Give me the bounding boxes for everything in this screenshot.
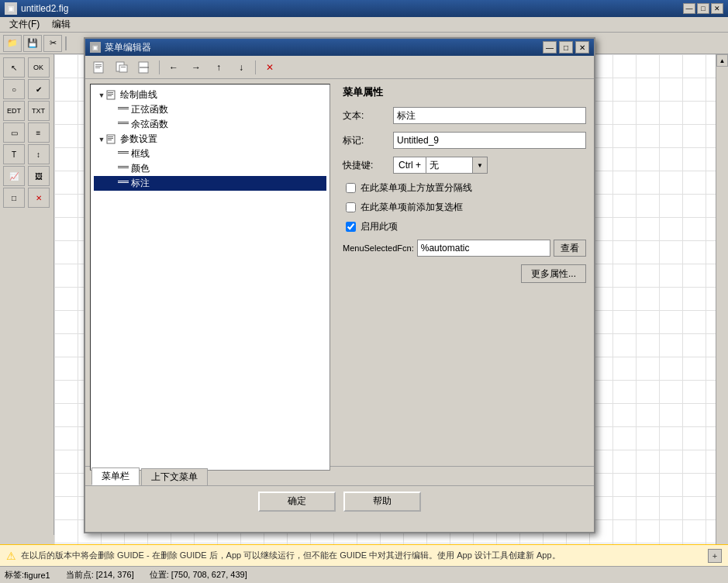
- tool-rect[interactable]: ▭: [3, 122, 25, 143]
- modal-toolbar-move-left[interactable]: ←: [164, 59, 184, 76]
- tree-icon-menuitem-annotation: [117, 178, 129, 189]
- tree-item-drawcurve[interactable]: ▼ 绘制曲线: [94, 88, 326, 102]
- tool-edit[interactable]: EDT: [3, 101, 25, 121]
- tree-item-color[interactable]: 颜色: [94, 161, 326, 176]
- tool-circle[interactable]: ○: [3, 79, 25, 99]
- svg-rect-13: [118, 107, 129, 108]
- warning-expand-button[interactable]: +: [708, 549, 722, 563]
- tree-label-border: 框线: [131, 147, 150, 160]
- svg-rect-14: [118, 109, 129, 109]
- main-titlebar: ▣ untitled2.fig — □ ✕: [0, 0, 728, 17]
- svg-rect-24: [118, 167, 129, 168]
- tab-context-menu[interactable]: 上下文菜单: [141, 468, 208, 485]
- checkbox-check[interactable]: [346, 202, 356, 212]
- menu-file[interactable]: 文件(F): [3, 17, 46, 32]
- props-panel: 菜单属性 文本: 标记: 快捷键: Ct: [335, 79, 594, 466]
- svg-rect-2: [95, 66, 102, 67]
- modal-toolbar-new-separator[interactable]: [135, 59, 155, 76]
- status-label-value: figure1: [24, 571, 50, 580]
- menu-edit[interactable]: 编辑: [46, 17, 77, 32]
- tree-icon-menu: [106, 90, 119, 101]
- tool-scroll[interactable]: ↕: [28, 144, 50, 164]
- modal-toolbar-move-right[interactable]: →: [186, 59, 206, 76]
- tool-panel[interactable]: □: [3, 188, 25, 208]
- svg-rect-22: [118, 153, 129, 154]
- modal-icon: ▣: [90, 42, 101, 53]
- tree-toggle-1[interactable]: ▼: [97, 91, 106, 99]
- shortcut-dropdown-arrow[interactable]: ▼: [472, 157, 488, 174]
- checkbox-enable[interactable]: [346, 222, 356, 232]
- modal-close-button[interactable]: ✕: [575, 41, 589, 53]
- modal-toolbar-new-submenu[interactable]: [112, 59, 133, 76]
- prop-input-text[interactable]: [393, 107, 586, 124]
- main-maximize-button[interactable]: □: [697, 3, 709, 14]
- modal-ok-button[interactable]: 确定: [258, 492, 336, 512]
- tool-image[interactable]: 🖼: [28, 166, 50, 186]
- toolbar-save-button[interactable]: 💾: [23, 35, 42, 52]
- prop-input-shortcut[interactable]: [426, 157, 472, 174]
- checkbox-check-label: 在此菜单项前添加复选框: [361, 201, 463, 214]
- tree-item-annotation[interactable]: 标注: [94, 176, 326, 191]
- tool-list[interactable]: ≡: [28, 122, 50, 143]
- svg-rect-16: [118, 123, 129, 124]
- toolbar-cut-button[interactable]: ✂: [43, 35, 62, 52]
- warning-bar: ⚠ 在以后的版本中将会删除 GUIDE - 在删除 GUIDE 后，App 可以…: [0, 544, 728, 566]
- checkbox-separator[interactable]: [346, 183, 356, 193]
- modal-titlebar: ▣ 菜单编辑器 — □ ✕: [85, 39, 594, 56]
- tree-icon-menu-params: [106, 134, 119, 145]
- status-position: 位置: [750, 708, 627, 439]: [150, 569, 247, 581]
- prop-label-text: 文本:: [343, 109, 393, 122]
- prop-row-text: 文本:: [343, 107, 586, 124]
- svg-rect-26: [118, 182, 129, 183]
- tree-item-params[interactable]: ▼ 参数设置: [94, 132, 326, 147]
- checkbox-row-check: 在此菜单项前添加复选框: [343, 201, 586, 214]
- prop-row-shortcut: 快捷键: Ctrl + ▼: [343, 157, 586, 174]
- tab-menubar[interactable]: 菜单栏: [91, 467, 140, 485]
- modal-help-button[interactable]: 帮助: [343, 492, 421, 512]
- modal-window-controls: — □ ✕: [543, 41, 589, 53]
- tree-item-border[interactable]: 框线: [94, 147, 326, 161]
- tool-check[interactable]: ✔: [28, 79, 50, 99]
- tree-label-params: 参数设置: [120, 133, 157, 146]
- svg-rect-5: [119, 65, 127, 72]
- main-minimize-button[interactable]: —: [683, 3, 695, 14]
- tree-label-cosine: 余弦函数: [131, 118, 168, 131]
- tool-label[interactable]: T: [3, 144, 25, 164]
- main-close-button[interactable]: ✕: [711, 3, 723, 14]
- tool-select[interactable]: ↖: [3, 57, 25, 78]
- modal-minimize-button[interactable]: —: [543, 41, 557, 53]
- modal-maximize-button[interactable]: □: [559, 41, 573, 53]
- modal-toolbar-delete[interactable]: ✕: [260, 59, 280, 76]
- more-props-button[interactable]: 更多属性...: [521, 264, 586, 283]
- tool-axes[interactable]: 📈: [3, 166, 25, 186]
- tree-item-cosine[interactable]: 余弦函数: [94, 117, 326, 132]
- prop-input-tag[interactable]: [393, 132, 586, 149]
- toolbar-new-button[interactable]: 📁: [3, 35, 22, 52]
- toolbar-separator: [65, 36, 67, 50]
- warning-icon: ⚠: [6, 550, 16, 562]
- status-label-text: 标签:: [5, 569, 24, 581]
- svg-rect-3: [95, 67, 100, 68]
- checkbox-separator-label: 在此菜单项上方放置分隔线: [361, 181, 472, 195]
- tool-activex[interactable]: ✕: [28, 188, 50, 208]
- menufcn-view-button[interactable]: 查看: [554, 240, 586, 257]
- modal-toolbar-new[interactable]: [90, 59, 110, 76]
- svg-rect-18: [108, 136, 113, 137]
- tool-text[interactable]: TXT: [28, 101, 50, 121]
- menufcn-input[interactable]: [417, 240, 550, 257]
- svg-rect-1: [95, 64, 102, 65]
- props-title: 菜单属性: [343, 85, 586, 99]
- right-scrollbar[interactable]: ▲: [716, 54, 728, 583]
- scrollbar-up-arrow[interactable]: ▲: [716, 54, 728, 67]
- tool-ok[interactable]: OK: [28, 57, 50, 78]
- modal-toolbar-move-down[interactable]: ↓: [231, 59, 251, 76]
- tree-item-sine[interactable]: 正弦函数: [94, 102, 326, 117]
- svg-rect-11: [108, 94, 113, 95]
- tree-toggle-4[interactable]: ▼: [97, 136, 106, 143]
- svg-rect-19: [108, 138, 113, 139]
- modal-title: 菜单编辑器: [105, 41, 151, 54]
- svg-rect-25: [118, 181, 129, 181]
- modal-toolbar-sep1: [159, 60, 160, 74]
- modal-toolbar-move-up[interactable]: ↑: [209, 59, 229, 76]
- svg-rect-6: [121, 67, 126, 67]
